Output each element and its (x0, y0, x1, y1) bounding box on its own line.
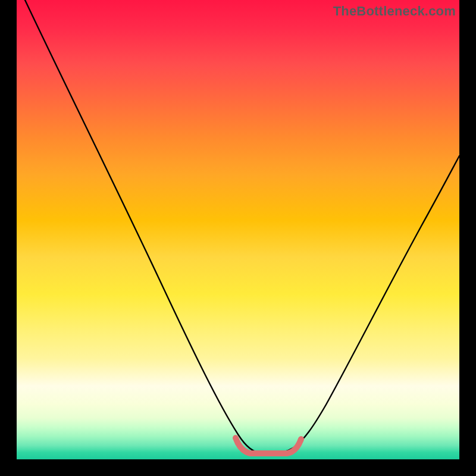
plot-area (17, 0, 459, 459)
optimal-range-marker (236, 438, 301, 453)
chart-frame: TheBottleneck.com (0, 0, 476, 476)
bottleneck-curve (25, 0, 459, 454)
watermark-text: TheBottleneck.com (333, 4, 456, 19)
curve-overlay (17, 0, 459, 459)
